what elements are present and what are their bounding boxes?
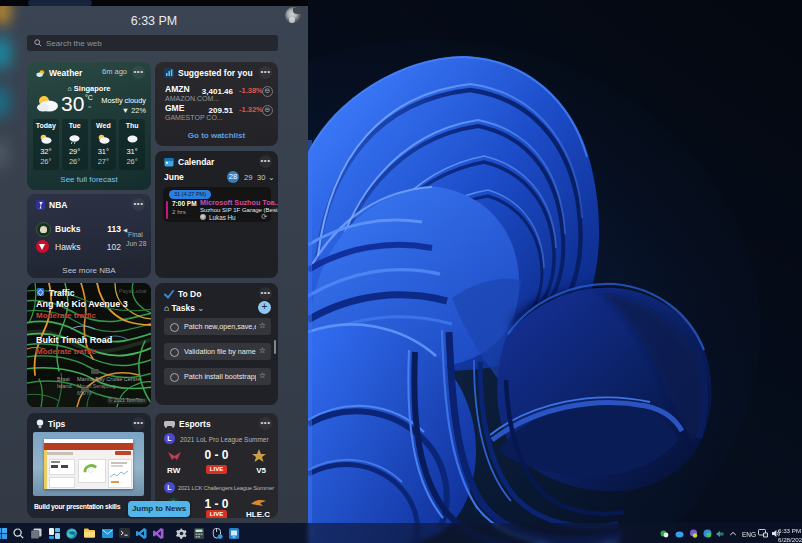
svg-text:Paya Lebar: Paya Lebar <box>119 288 147 294</box>
